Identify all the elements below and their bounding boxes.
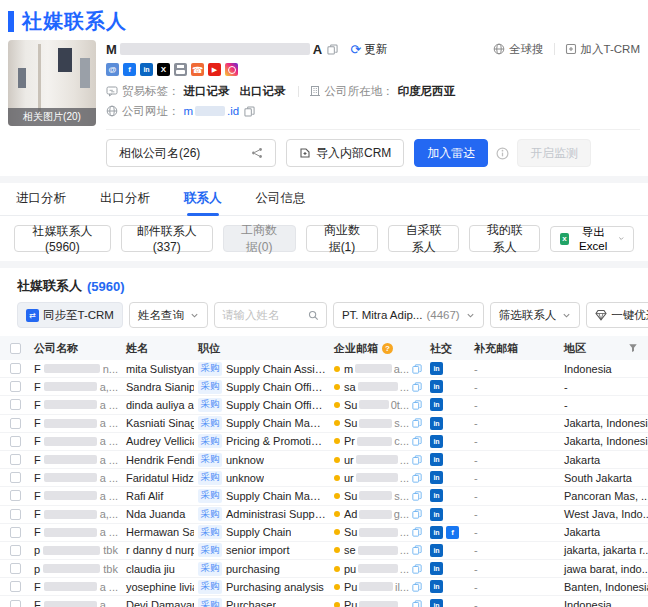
- linkedin-icon[interactable]: in: [430, 544, 443, 557]
- sync-tcrm-button[interactable]: ⇄ 同步至T-CRM: [17, 302, 123, 328]
- row-checkbox[interactable]: [10, 363, 21, 374]
- linkedin-icon[interactable]: in: [430, 508, 443, 521]
- row-checkbox[interactable]: [10, 490, 21, 501]
- website-link-suffix[interactable]: .id: [227, 105, 239, 117]
- linkedin-icon[interactable]: in: [430, 398, 443, 411]
- export-excel-button[interactable]: x 导出 Excel: [550, 226, 634, 252]
- chip-business-registry[interactable]: 工商数据(0): [223, 225, 296, 252]
- table-row[interactable]: Fa,... Nda Juanda 采购Administrasi Supply …: [0, 506, 648, 524]
- copy-email-icon[interactable]: [412, 400, 422, 410]
- copy-company-name-icon[interactable]: [327, 44, 338, 55]
- add-radar-button[interactable]: 加入雷达: [414, 139, 488, 167]
- facebook-icon[interactable]: f: [446, 526, 459, 539]
- copy-email-icon[interactable]: [412, 491, 422, 501]
- row-checkbox[interactable]: [10, 509, 21, 520]
- table-row[interactable]: Fa ... Audrey Vellicia 采购Pricing & Promo…: [0, 433, 648, 451]
- copy-email-icon[interactable]: [412, 418, 422, 428]
- youtube-icon[interactable]: ▶: [208, 63, 221, 76]
- row-checkbox[interactable]: [10, 381, 21, 392]
- copy-email-icon[interactable]: [412, 564, 422, 574]
- facebook-icon[interactable]: f: [123, 63, 136, 76]
- phone-icon[interactable]: ☎: [191, 63, 204, 76]
- chip-self-collected[interactable]: 自采联系人: [388, 225, 459, 252]
- table-row[interactable]: Fa ... Devi Damayanti 采购Purchaser Pu... …: [0, 596, 648, 607]
- join-tcrm-link[interactable]: 加入T-CRM: [565, 42, 640, 57]
- row-checkbox[interactable]: [10, 600, 21, 607]
- row-checkbox[interactable]: [10, 436, 21, 447]
- copy-email-icon[interactable]: [412, 582, 422, 592]
- table-row[interactable]: Fa,... Sandra Sianipar 采购Supply Chain Of…: [0, 378, 648, 396]
- filter-funnel-icon[interactable]: [628, 343, 638, 353]
- filter-contacts-select[interactable]: 筛选联系人: [490, 302, 581, 328]
- copy-email-icon[interactable]: [412, 364, 422, 374]
- table-row[interactable]: ptbk claudia jiu 采购purchasing pu... in -…: [0, 560, 648, 578]
- chip-commercial-data[interactable]: 商业数据(1): [306, 225, 379, 252]
- linkedin-icon[interactable]: in: [430, 526, 443, 539]
- global-search-link[interactable]: 全球搜: [493, 42, 544, 57]
- linkedin-icon[interactable]: in: [430, 362, 443, 375]
- table-row[interactable]: Fn... mita Sulistyandari 采购Supply Chain …: [0, 360, 648, 378]
- tab-import-analysis[interactable]: 进口分析: [16, 183, 66, 216]
- import-crm-button[interactable]: 导入内部CRM: [286, 139, 404, 167]
- search-icon[interactable]: [308, 310, 319, 321]
- instagram-icon[interactable]: [225, 63, 238, 76]
- row-checkbox[interactable]: [10, 563, 21, 574]
- row-checkbox[interactable]: [10, 472, 21, 483]
- row-checkbox[interactable]: [10, 399, 21, 410]
- copy-website-icon[interactable]: [244, 106, 255, 117]
- linkedin-icon[interactable]: in: [430, 489, 443, 502]
- one-click-select-button[interactable]: 一键优选: [586, 302, 648, 328]
- table-row[interactable]: ptbk r danny d nurpat... 采购senior import…: [0, 542, 648, 560]
- chip-email-contacts[interactable]: 邮件联系人(337): [121, 225, 213, 252]
- copy-email-icon[interactable]: [412, 436, 422, 446]
- row-checkbox[interactable]: [10, 581, 21, 592]
- copy-email-icon[interactable]: [412, 527, 422, 537]
- row-checkbox[interactable]: [10, 545, 21, 556]
- fax-icon[interactable]: [174, 63, 187, 76]
- linkedin-icon[interactable]: in: [430, 562, 443, 575]
- tab-contacts[interactable]: 联系人: [184, 183, 222, 216]
- name-query-select[interactable]: 姓名查询: [129, 302, 208, 328]
- linkedin-icon[interactable]: in: [430, 453, 443, 466]
- trade-tag-import[interactable]: 进口记录: [184, 84, 230, 99]
- chip-my-contacts[interactable]: 我的联系人: [469, 225, 540, 252]
- trade-tag-export[interactable]: 出口记录: [240, 84, 286, 99]
- x-icon[interactable]: X: [157, 63, 170, 76]
- refresh-button[interactable]: ⟳ 更新: [350, 42, 387, 57]
- row-checkbox[interactable]: [10, 454, 21, 465]
- table-row[interactable]: Fa ... Hendrik Fendi 采购unknow ur... in -…: [0, 451, 648, 469]
- search-input[interactable]: [222, 309, 308, 321]
- linkedin-icon[interactable]: in: [430, 599, 443, 607]
- table-row[interactable]: Fa ... Faridatul Hidzroh 采购unknow ur... …: [0, 469, 648, 487]
- table-row[interactable]: Fa ... Kasniati Sinaga 采购Supply Chain Ma…: [0, 415, 648, 433]
- table-row[interactable]: Fa ... yosephine liviane 采购Purchasing an…: [0, 578, 648, 596]
- linkedin-icon[interactable]: in: [430, 380, 443, 393]
- company-filter-select[interactable]: PT. Mitra Adip... (4467): [333, 302, 484, 328]
- info-icon[interactable]: [496, 147, 509, 160]
- tab-export-analysis[interactable]: 出口分析: [100, 183, 150, 216]
- row-checkbox[interactable]: [10, 418, 21, 429]
- email-icon[interactable]: @: [106, 63, 119, 76]
- start-monitor-button[interactable]: 开启监测: [517, 139, 591, 167]
- row-checkbox[interactable]: [10, 527, 21, 538]
- copy-email-icon[interactable]: [412, 509, 422, 519]
- tab-company-info[interactable]: 公司信息: [256, 183, 306, 216]
- copy-email-icon[interactable]: [412, 545, 422, 555]
- company-photo[interactable]: 相关图片(20): [8, 40, 96, 126]
- table-row[interactable]: Fa ... Hermawan Sapu... 采购Supply Chain S…: [0, 524, 648, 542]
- similar-companies-button[interactable]: 相似公司名(26): [106, 139, 276, 167]
- linkedin-icon[interactable]: in: [430, 580, 443, 593]
- linkedin-icon[interactable]: in: [430, 417, 443, 430]
- website-link-prefix[interactable]: m: [184, 105, 194, 117]
- select-all-checkbox[interactable]: [10, 343, 21, 354]
- table-row[interactable]: Fa ... dinda auliya adha 采购Supply Chain …: [0, 396, 648, 414]
- copy-email-icon[interactable]: [412, 455, 422, 465]
- linkedin-icon[interactable]: in: [140, 63, 153, 76]
- copy-email-icon[interactable]: [412, 600, 422, 607]
- linkedin-icon[interactable]: in: [430, 471, 443, 484]
- help-icon[interactable]: ?: [382, 343, 393, 354]
- linkedin-icon[interactable]: in: [430, 435, 443, 448]
- copy-email-icon[interactable]: [412, 382, 422, 392]
- copy-email-icon[interactable]: [412, 473, 422, 483]
- chip-social-contacts[interactable]: 社媒联系人(5960): [14, 225, 111, 252]
